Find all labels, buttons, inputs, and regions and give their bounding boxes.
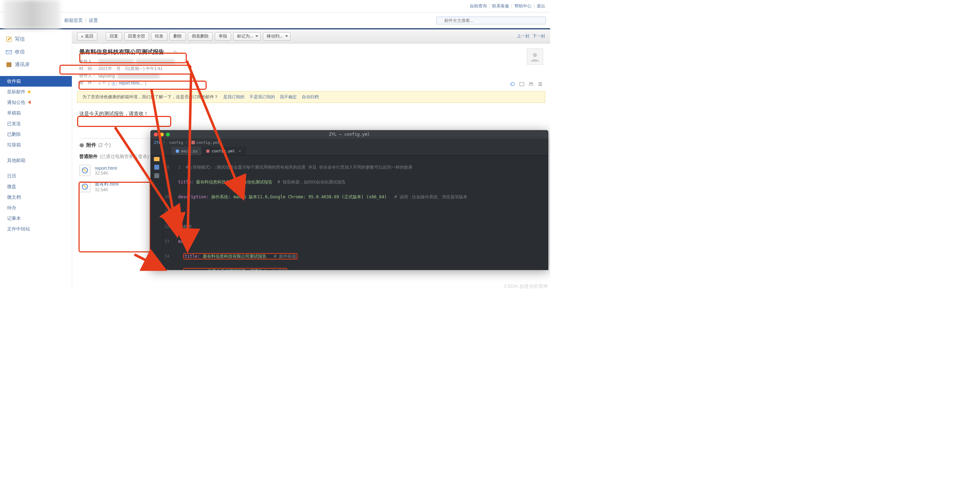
sidebar-todo[interactable]: 待办: [0, 203, 72, 213]
paren-open: (: [108, 81, 110, 86]
sidebar-calendar[interactable]: 日历: [0, 171, 72, 181]
sidebar-drafts[interactable]: 草稿箱: [0, 108, 72, 119]
move-to-select[interactable]: 移动到...: [263, 32, 291, 41]
sidebar-item-label: 微盘: [7, 184, 16, 190]
sidebar-receive[interactable]: 收信: [0, 46, 72, 58]
svg-rect-3: [11, 62, 11, 67]
mailbox-home-link[interactable]: 邮箱首页: [64, 17, 83, 24]
back-button[interactable]: 返回: [77, 32, 97, 41]
search-wrap: 🔍: [436, 17, 546, 24]
settings-link[interactable]: 设置: [89, 17, 98, 24]
contact-link[interactable]: 联系客服: [492, 3, 509, 9]
contacts-icon: [6, 62, 12, 68]
sidebar-item-label: 通知公告 ◀: [7, 99, 32, 106]
sidebar-other-mail[interactable]: 其他邮箱: [0, 155, 72, 166]
sidebar-starred[interactable]: 星标邮件 ★: [0, 87, 72, 97]
banner-link-yes[interactable]: 是我订阅的: [223, 94, 245, 100]
html-file-icon: [79, 165, 91, 176]
popout-icon[interactable]: ⧉: [173, 49, 177, 55]
search-input[interactable]: [436, 17, 546, 24]
ide-activity-bar: [150, 155, 163, 270]
delete-perm-button[interactable]: 彻底删除: [188, 32, 213, 41]
svg-rect-5: [520, 82, 524, 86]
project-icon[interactable]: [154, 165, 159, 170]
report-button[interactable]: 举报: [215, 32, 231, 41]
topbar: 自助查询| 联系客服| 帮助中心| 退出: [0, 0, 550, 13]
attach-label: 附 件：: [79, 80, 96, 86]
ie-icon: e: [112, 81, 117, 86]
sidebar-item-label: 文件中转站: [7, 226, 30, 232]
ide-titlebar[interactable]: ZYL – config.yml: [150, 130, 548, 139]
delete-button[interactable]: 删除: [169, 32, 186, 41]
prev-mail-link[interactable]: 上一封: [517, 33, 530, 39]
python-icon: [176, 149, 179, 153]
self-service-link[interactable]: 自助查询: [470, 3, 487, 9]
crumb-file[interactable]: config.yml: [196, 140, 220, 145]
sidebar-contacts[interactable]: 通讯录: [0, 58, 72, 71]
mark-as-select[interactable]: 标记为...: [233, 32, 261, 41]
sidebar-wedisk[interactable]: 微盘: [0, 181, 72, 192]
svg-point-4: [533, 53, 537, 57]
sidebar-sent[interactable]: 已发送: [0, 119, 72, 129]
forward-button[interactable]: 转发: [151, 32, 167, 41]
window-icon[interactable]: [519, 81, 525, 87]
attachment-size: 32.54K: [95, 187, 119, 192]
ide-window: ZYL – config.yml ZYL 〉 config 〉 config.y…: [150, 130, 548, 270]
sidebar-spam[interactable]: 垃圾箱: [0, 139, 72, 150]
attach-link[interactable]: report.html...: [119, 81, 143, 86]
body-text: 这是今天的测试报告，请查收！: [79, 111, 149, 116]
sidebar-trash[interactable]: 已删除: [0, 129, 72, 139]
svg-rect-2: [6, 62, 10, 67]
sidebar-item-label: 收件箱: [7, 78, 21, 84]
search-panel-icon[interactable]: [154, 173, 159, 178]
list-icon[interactable]: [538, 81, 543, 87]
attachments-header: 附件: [86, 142, 96, 149]
sidebar-item-label: 星标邮件 ★: [7, 89, 32, 95]
sidebar-item-label: 已删除: [7, 131, 21, 138]
attachments-sub-dim: (已通过电脑管家云查杀): [100, 154, 149, 160]
logout-link[interactable]: 退出: [537, 3, 545, 9]
sidebar-item-label: 微文档: [7, 194, 21, 200]
banner-link-archive[interactable]: 自动归档: [302, 94, 319, 100]
mail-header-actions: [510, 81, 543, 87]
paren-close: ): [145, 81, 146, 86]
attachment-name: report.html: [95, 165, 117, 171]
crumb-project[interactable]: ZYL: [154, 140, 161, 145]
folder-icon[interactable]: [154, 157, 159, 161]
star-icon[interactable]: ☆: [166, 49, 171, 55]
crumb-folder[interactable]: config: [169, 140, 183, 145]
html-file-icon: [79, 181, 91, 192]
tab-label: main.py: [181, 149, 197, 154]
svg-point-9: [83, 184, 88, 189]
print-icon[interactable]: [528, 81, 534, 87]
yaml-icon: [191, 141, 195, 144]
next-mail-link[interactable]: 下一封: [533, 33, 545, 39]
sidebar-wedoc[interactable]: 微文档: [0, 192, 72, 203]
reply-all-button[interactable]: 回复全部: [124, 32, 149, 41]
sidebar-notice[interactable]: 通知公告 ◀: [0, 97, 72, 108]
ide-tab-config[interactable]: config.yml×: [202, 147, 245, 155]
banner-link-unsure[interactable]: 我不确定: [280, 94, 297, 100]
sidebar-compose[interactable]: 写信: [0, 33, 72, 46]
csdn-watermark: CSDN @进击的雷神: [504, 283, 548, 290]
header: 邮箱首页 | 设置 🔍: [0, 13, 550, 29]
subscription-banner: 为了营造绿色健康的邮箱环境，我们想了解一下，这是否您订阅的邮件？ 是我订阅的 不…: [77, 91, 545, 103]
code-editor[interactable]: 28 2 #（详细模式）:测试结果会显示每个测试用例的所有相关的信息 并且 你在…: [163, 155, 548, 270]
sidebar-file-transit[interactable]: 文件中转站: [0, 224, 72, 235]
mail-toolbar: 返回 回复 回复全部 转发 删除 彻底删除 举报 标记为... 移动到... 上…: [72, 29, 550, 43]
banner-link-no[interactable]: 不是我订阅的: [250, 94, 275, 100]
compose-icon: [6, 36, 12, 43]
sidebar-notes[interactable]: 记事本: [0, 213, 72, 224]
reply-button[interactable]: 回复: [106, 32, 122, 41]
sidebar-inbox[interactable]: 收件箱: [0, 76, 72, 87]
close-tab-icon[interactable]: ×: [239, 149, 241, 154]
svg-rect-7: [530, 82, 532, 83]
help-link[interactable]: 帮助中心: [514, 3, 531, 9]
refresh-icon[interactable]: [510, 81, 515, 87]
svg-rect-6: [529, 83, 533, 85]
from-row: 发件人：: [79, 59, 543, 65]
ide-tab-main[interactable]: main.py: [172, 147, 202, 155]
mail-subject: 最有料信息科技有限公司测试报告: [79, 48, 164, 56]
attach-row: 附 件： 2 个 ( e report.html... ): [79, 80, 543, 86]
to-name: laiyuxing: [99, 73, 115, 78]
